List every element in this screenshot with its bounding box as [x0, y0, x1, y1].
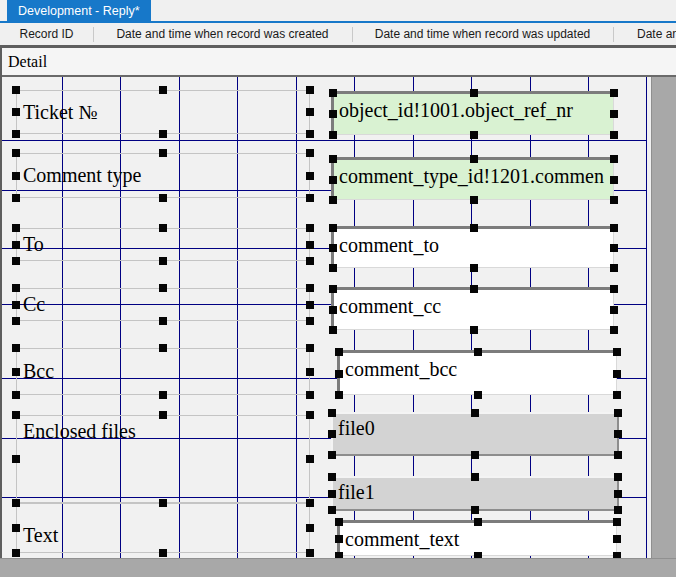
selection-handle[interactable] [610, 244, 618, 252]
selection-handle[interactable] [306, 344, 314, 352]
selection-handle[interactable] [306, 368, 314, 376]
selection-handle[interactable] [470, 196, 478, 204]
selection-handle[interactable] [306, 86, 314, 94]
selection-handle[interactable] [610, 306, 618, 314]
selection-handle[interactable] [329, 285, 337, 293]
selection-handle[interactable] [613, 348, 621, 356]
label-element-cc[interactable]: Cc [16, 288, 310, 321]
field-element-comment-cc[interactable]: comment_cc [331, 287, 614, 330]
selection-handle[interactable] [159, 317, 167, 325]
selection-handle[interactable] [329, 264, 337, 272]
selection-handle[interactable] [306, 108, 314, 116]
selection-handle[interactable] [12, 172, 20, 180]
selection-handle[interactable] [159, 391, 167, 399]
selection-handle[interactable] [306, 284, 314, 292]
selection-handle[interactable] [471, 473, 479, 481]
selection-handle[interactable] [610, 131, 618, 139]
selection-handle[interactable] [12, 524, 20, 532]
selection-handle[interactable] [328, 506, 336, 514]
selection-handle[interactable] [335, 348, 343, 356]
selection-handle[interactable] [306, 391, 314, 399]
selection-handle[interactable] [12, 411, 20, 419]
label-element-comment-type[interactable]: Comment type [16, 153, 310, 198]
selection-handle[interactable] [328, 409, 336, 417]
selection-handle[interactable] [12, 130, 20, 138]
selection-handle[interactable] [614, 473, 622, 481]
selection-handle[interactable] [159, 257, 167, 265]
selection-handle[interactable] [306, 149, 314, 157]
selection-handle[interactable] [614, 430, 622, 438]
selection-handle[interactable] [306, 411, 314, 419]
selection-handle[interactable] [12, 241, 20, 249]
selection-handle[interactable] [329, 326, 337, 334]
selection-handle[interactable] [470, 131, 478, 139]
field-element-comment-text[interactable]: comment_text [337, 520, 617, 556]
selection-handle[interactable] [306, 549, 314, 557]
selection-handle[interactable] [329, 131, 337, 139]
selection-handle[interactable] [12, 194, 20, 202]
selection-handle[interactable] [159, 194, 167, 202]
selection-handle[interactable] [306, 172, 314, 180]
selection-handle[interactable] [610, 89, 618, 97]
selection-handle[interactable] [306, 317, 314, 325]
selection-handle[interactable] [159, 344, 167, 352]
selection-handle[interactable] [12, 86, 20, 94]
selection-handle[interactable] [329, 155, 337, 163]
selection-handle[interactable] [470, 264, 478, 272]
selection-handle[interactable] [329, 110, 337, 118]
selection-handle[interactable] [306, 455, 314, 463]
selection-handle[interactable] [470, 155, 478, 163]
selection-handle[interactable] [12, 149, 20, 157]
selection-handle[interactable] [610, 176, 618, 184]
column-header-date-updated[interactable]: Date and time when record was updated [352, 23, 613, 45]
selection-handle[interactable] [329, 89, 337, 97]
selection-handle[interactable] [614, 409, 622, 417]
selection-handle[interactable] [306, 130, 314, 138]
selection-handle[interactable] [610, 196, 618, 204]
selection-handle[interactable] [328, 451, 336, 459]
selection-handle[interactable] [159, 411, 167, 419]
selection-handle[interactable] [12, 224, 20, 232]
selection-handle[interactable] [12, 301, 20, 309]
selection-handle[interactable] [335, 518, 343, 526]
selection-handle[interactable] [614, 451, 622, 459]
selection-handle[interactable] [12, 368, 20, 376]
selection-handle[interactable] [471, 409, 479, 417]
selection-handle[interactable] [471, 451, 479, 459]
label-element-ticket-no[interactable]: Ticket № [16, 90, 310, 134]
selection-handle[interactable] [159, 549, 167, 557]
selection-handle[interactable] [610, 285, 618, 293]
selection-handle[interactable] [159, 149, 167, 157]
selection-handle[interactable] [328, 490, 336, 498]
selection-handle[interactable] [12, 257, 20, 265]
field-element-comment-type[interactable]: comment_type_id!1201.commen [331, 157, 614, 200]
selection-handle[interactable] [474, 348, 482, 356]
label-element-bcc[interactable]: Bcc [16, 348, 310, 395]
selection-handle[interactable] [329, 224, 337, 232]
selection-handle[interactable] [470, 326, 478, 334]
selection-handle[interactable] [613, 518, 621, 526]
selection-handle[interactable] [614, 506, 622, 514]
selection-handle[interactable] [306, 301, 314, 309]
selection-handle[interactable] [12, 344, 20, 352]
selection-handle[interactable] [610, 326, 618, 334]
selection-handle[interactable] [474, 518, 482, 526]
selection-handle[interactable] [12, 391, 20, 399]
selection-handle[interactable] [335, 370, 343, 378]
label-element-text[interactable]: Text [16, 503, 310, 553]
selection-handle[interactable] [159, 130, 167, 138]
selection-handle[interactable] [335, 535, 343, 543]
selection-handle[interactable] [610, 264, 618, 272]
selection-handle[interactable] [159, 224, 167, 232]
label-element-enclosed-files[interactable]: Enclosed files [16, 415, 310, 503]
selection-handle[interactable] [470, 285, 478, 293]
selection-handle[interactable] [328, 473, 336, 481]
selection-handle[interactable] [12, 317, 20, 325]
selection-handle[interactable] [306, 499, 314, 507]
selection-handle[interactable] [470, 224, 478, 232]
selection-handle[interactable] [471, 506, 479, 514]
selection-handle[interactable] [613, 391, 621, 399]
selection-handle[interactable] [12, 499, 20, 507]
field-element-file1[interactable]: file1 [331, 476, 619, 511]
selection-handle[interactable] [306, 224, 314, 232]
